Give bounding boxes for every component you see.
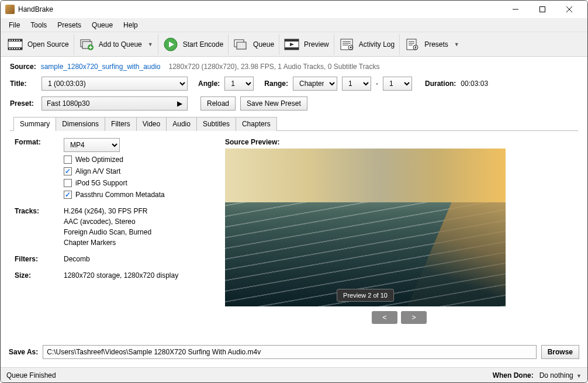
track-line: Foreign Audio Scan, Burned [64,228,151,236]
add-to-queue-label: Add to Queue [99,40,142,49]
menu-queue[interactable]: Queue [87,19,117,31]
svg-rect-9 [14,40,15,41]
when-done-value: Do nothing [539,371,573,379]
start-encode-button[interactable]: Start Encode [158,34,229,55]
svg-rect-27 [285,39,299,42]
checkbox-icon [64,156,72,164]
menu-presets[interactable]: Presets [53,19,86,31]
duration-value: 00:03:03 [461,80,488,88]
menu-help[interactable]: Help [119,19,143,31]
menu-tools[interactable]: Tools [26,19,51,31]
range-to-select[interactable]: 1 [383,77,412,91]
maximize-button[interactable] [529,1,556,18]
web-optimized-check[interactable]: Web Optimized [64,156,165,164]
filters-row: Filters: Decomb [15,255,213,263]
checkbox-icon [64,191,72,199]
chevron-down-icon[interactable]: ▼ [454,42,459,47]
preview-beach-icon [407,202,506,306]
save-as-input[interactable] [43,345,536,359]
tab-subtitles[interactable]: Subtitles [196,117,236,131]
range-mode-select[interactable]: Chapters [293,77,337,91]
tab-strip: Summary Dimensions Filters Video Audio S… [10,116,578,131]
presets-button[interactable]: Presets ▼ [400,34,464,55]
preview-column: Source Preview: Preview 2 of 10 < > [225,138,573,324]
activity-log-label: Activity Log [359,40,395,49]
minimize-button[interactable] [502,1,529,18]
svg-rect-8 [12,40,13,41]
track-line: AAC (avcodec), Stereo [64,218,151,226]
checkbox-icon [64,167,72,175]
activity-log-button[interactable]: Activity Log [334,34,400,55]
when-done-select[interactable]: Do nothing ▼ [539,371,582,379]
reload-button[interactable]: Reload [200,96,236,111]
app-icon [5,5,15,14]
size-row: Size: 1280x720 storage, 1280x720 display [15,271,213,280]
source-preview-image: Preview 2 of 10 [225,149,506,306]
close-button[interactable] [556,1,583,18]
preview-icon [284,38,299,51]
svg-rect-10 [16,40,18,41]
queue-icon [233,38,248,51]
tracks-list: H.264 (x264), 30 FPS PFR AAC (avcodec), … [64,207,151,247]
duration-label: Duration: [425,80,456,88]
queue-button[interactable]: Queue [229,34,279,55]
status-text: Queue Finished [6,371,56,379]
svg-rect-12 [9,48,11,49]
source-row: Source: sample_1280x720_surfing_with_aud… [10,63,578,71]
summary-left: Format: MP4 Web Optimized Align A/V Star… [15,138,213,324]
svg-rect-1 [540,7,545,12]
tab-video[interactable]: Video [136,117,167,131]
ipod-check[interactable]: iPod 5G Support [64,179,165,187]
svg-rect-7 [9,40,11,41]
angle-label: Angle: [198,80,220,88]
browse-button[interactable]: Browse [541,345,579,359]
svg-rect-14 [14,48,15,49]
range-from-select[interactable]: 1 [342,77,371,91]
angle-select[interactable]: 1 [224,77,254,91]
svg-rect-16 [19,48,20,49]
preset-select[interactable]: Fast 1080p30 ▶ [41,96,188,111]
when-done-group: When Done: Do nothing ▼ [493,371,582,379]
chevron-right-icon: ▶ [177,99,182,108]
tab-filters[interactable]: Filters [105,117,137,131]
toolbar: Open Source Add to Queue ▼ Start Encode … [1,32,587,57]
tab-audio[interactable]: Audio [166,117,197,131]
svg-rect-15 [16,48,18,49]
play-icon [163,38,178,51]
format-select[interactable]: MP4 [64,138,120,152]
title-select[interactable]: 1 (00:03:03) [41,77,188,91]
range-label: Range: [264,80,288,88]
open-source-button[interactable]: Open Source [3,34,74,55]
summary-panel: Format: MP4 Web Optimized Align A/V Star… [10,131,578,326]
tracks-row: Tracks: H.264 (x264), 30 FPS PFR AAC (av… [15,207,213,247]
menu-bar: File Tools Presets Queue Help [1,18,587,32]
source-label: Source: [10,63,36,71]
preset-row: Preset: Fast 1080p30 ▶ Reload Save New P… [10,96,578,111]
save-new-preset-button[interactable]: Save New Preset [240,96,307,111]
passthru-check[interactable]: Passthru Common Metadata [64,191,165,199]
preview-nav: < > [225,311,573,324]
preview-button[interactable]: Preview [279,34,334,55]
source-name: sample_1280x720_surfing_with_audio [41,63,161,71]
queue-label: Queue [253,40,274,49]
format-label: Format: [15,138,64,199]
preview-prev-button[interactable]: < [372,311,397,324]
add-to-queue-button[interactable]: Add to Queue ▼ [74,34,158,55]
film-icon [8,38,23,51]
svg-rect-28 [285,47,299,50]
align-av-check[interactable]: Align A/V Start [64,167,165,175]
size-value: 1280x720 storage, 1280x720 display [64,271,178,280]
open-source-label: Open Source [27,40,69,49]
tab-summary[interactable]: Summary [13,117,56,131]
ipod-label: iPod 5G Support [75,179,127,187]
preview-next-button[interactable]: > [401,311,427,324]
presets-icon [404,38,420,51]
tab-chapters[interactable]: Chapters [236,117,277,131]
align-av-label: Align A/V Start [75,167,120,175]
source-meta: 1280x720 (1280x720), 23.98 FPS, 1 Audio … [169,63,380,71]
tracks-label: Tracks: [15,207,64,247]
chevron-down-icon[interactable]: ▼ [148,42,153,47]
menu-file[interactable]: File [4,19,25,31]
tab-dimensions[interactable]: Dimensions [56,117,105,131]
title-bar: HandBrake [1,1,587,18]
